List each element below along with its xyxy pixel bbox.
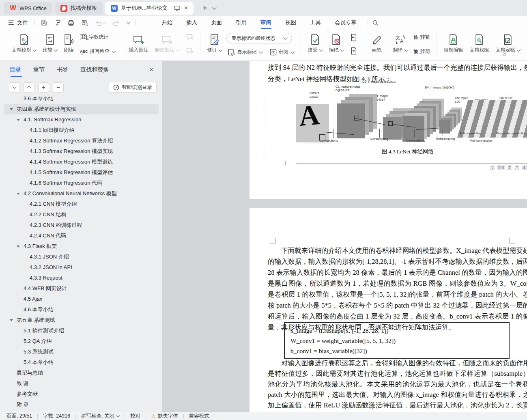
- tab-toc[interactable]: 目录: [10, 66, 21, 77]
- open-in-window-icon[interactable]: [174, 6, 180, 11]
- spell-check-button[interactable]: ABC 拼写检查: [78, 47, 117, 56]
- missing-font-indicator[interactable]: ⚠缺失字体: [151, 413, 178, 420]
- to-simplified-button[interactable]: 繁 转简: [412, 47, 432, 56]
- show-markup-button[interactable]: 显示标记: [226, 48, 264, 56]
- chevron-down-icon[interactable]: [516, 47, 521, 52]
- next-comment-button[interactable]: [184, 47, 195, 56]
- markup-state-select[interactable]: 显示标记的最终状态: [226, 33, 292, 43]
- toc-item[interactable]: 第四章 系统的设计与实现: [0, 104, 162, 114]
- triangle-expand-icon[interactable]: [17, 246, 20, 248]
- toc-item[interactable]: 致 谢: [0, 378, 162, 389]
- chevron-down-icon[interactable]: [112, 49, 116, 53]
- chevron-down-icon[interactable]: [340, 47, 344, 52]
- triangle-expand-icon[interactable]: [17, 193, 20, 195]
- chevron-down-icon[interactable]: [319, 47, 323, 52]
- expand-all-button[interactable]: [24, 82, 34, 93]
- menu-insert[interactable]: 插入: [179, 16, 204, 29]
- compat-mode-indicator[interactable]: 兼容模式: [189, 413, 209, 420]
- zoom-out-toc-button[interactable]: −: [53, 82, 64, 93]
- toc-item[interactable]: 4.2.1 CNN 模型介绍: [0, 199, 162, 209]
- toc-item[interactable]: 4.2.4 CNN 代码: [0, 230, 162, 241]
- undo-button[interactable]: [95, 20, 106, 26]
- menu-review[interactable]: 审阅: [254, 16, 278, 29]
- to-traditional-button[interactable]: 简 转繁: [412, 33, 432, 41]
- toc-item[interactable]: 4.5 Ajax: [0, 294, 162, 304]
- word-count-button[interactable]: 12 字数统计: [78, 33, 117, 41]
- word-count-indicator[interactable]: 字数: 24916: [43, 413, 70, 420]
- toc-item[interactable]: 4.3 Flask 框架: [0, 241, 162, 252]
- tab-document-active[interactable]: W 基于机器...毕业论文 ×: [105, 2, 194, 15]
- read-aloud-button[interactable]: 朗读: [61, 32, 77, 54]
- undo-chevron-icon[interactable]: [103, 20, 107, 24]
- chevron-down-icon[interactable]: [54, 47, 58, 52]
- delete-comment-button[interactable]: 删除批注: [152, 32, 182, 54]
- tab-chapters[interactable]: 章节: [33, 66, 45, 77]
- toc-item[interactable]: 5.1 软件测试介绍: [0, 325, 162, 336]
- toc-item[interactable]: 4.2 Convolutional Neural Networks 模型: [0, 188, 162, 199]
- tab-wps-home[interactable]: W WPS Office: [4, 2, 52, 15]
- toc-item[interactable]: 4.3.2 JSON in API: [0, 262, 162, 273]
- pen-button[interactable]: 画笔: [368, 32, 385, 54]
- triangle-expand-icon[interactable]: [10, 319, 13, 321]
- new-tab-button[interactable]: +: [200, 4, 210, 13]
- document-canvas[interactable]: 接到 S4 层的 N2 特征映射的完全连接。我们可以通过最后一个完整的连接层获得…: [162, 61, 527, 412]
- chevron-down-icon[interactable]: [404, 47, 408, 52]
- qat-customize-chevron-icon[interactable]: [127, 20, 131, 24]
- toc-item[interactable]: 4.1.1 回归模型介绍: [0, 125, 162, 136]
- chevron-down-icon[interactable]: [259, 50, 263, 54]
- collapse-all-button[interactable]: [9, 82, 20, 93]
- close-tab-icon[interactable]: ×: [184, 4, 188, 12]
- toc-item[interactable]: 4.1.6 Softmax Regression 代码: [0, 178, 162, 188]
- export-pdf-button[interactable]: [54, 19, 61, 26]
- proofing-indicator[interactable]: 校对: [130, 413, 140, 420]
- toc-item[interactable]: 第五章 系统测试: [0, 315, 162, 325]
- file-menu[interactable]: 文件: [6, 19, 30, 26]
- toc-item[interactable]: 4.1.5 Softmax Regression 模型评估: [0, 167, 162, 178]
- redo-button[interactable]: [112, 20, 120, 26]
- chevron-down-icon[interactable]: [33, 47, 37, 52]
- menu-start[interactable]: 开始: [155, 16, 179, 29]
- spellcheck-indicator[interactable]: 拼写检查: 关闭: [81, 413, 119, 420]
- tab-find-replace[interactable]: 查找和替换: [80, 66, 109, 77]
- toc-item[interactable]: 5.2 QA 介绍: [0, 336, 162, 347]
- next-change-button[interactable]: [348, 46, 359, 56]
- toc-item[interactable]: 附 录: [0, 399, 162, 410]
- compare-button[interactable]: 比较: [40, 32, 60, 54]
- toc-item[interactable]: 4.3.1 JSON 介绍: [0, 252, 162, 262]
- toc-item[interactable]: 5.3 系统测试: [0, 347, 162, 357]
- menu-page[interactable]: 页面: [204, 16, 229, 29]
- previous-comment-button[interactable]: [184, 33, 195, 42]
- chevron-down-icon[interactable]: [218, 47, 222, 52]
- menu-tools[interactable]: 工具: [303, 16, 328, 29]
- ribbon-expand-icon[interactable]: [501, 52, 505, 56]
- toc-item[interactable]: 4.1. Softmax Regression: [0, 114, 162, 125]
- doc-finalize-button[interactable]: 文档定稿: [493, 32, 523, 54]
- sidebar-close-icon[interactable]: ×: [149, 66, 153, 74]
- reject-button[interactable]: 拒绝: [326, 32, 346, 54]
- toc-item[interactable]: 4.3.3 Request: [0, 273, 162, 283]
- restrict-editing-button[interactable]: 限制编辑: [441, 32, 466, 54]
- save-button[interactable]: [41, 19, 47, 26]
- menu-view[interactable]: 视图: [278, 16, 303, 29]
- tab-docer-templates[interactable]: 找稿壳模板: [55, 2, 103, 15]
- accept-button[interactable]: 接受: [305, 32, 325, 54]
- menu-reference[interactable]: 引用: [229, 16, 254, 29]
- toc-item[interactable]: 3.6 本章小结: [0, 97, 162, 104]
- zoom-in-toc-button[interactable]: +: [38, 82, 49, 93]
- document-page-23[interactable]: 接到 S4 层的 N2 特征映射的完全连接。我们可以通过最后一个完整的连接层获得…: [250, 61, 527, 199]
- page-indicator[interactable]: 页面: 29/51: [6, 413, 32, 420]
- toc-item[interactable]: 展望与总结: [0, 368, 162, 378]
- review-mode-button[interactable]: 审阅: [268, 48, 296, 56]
- insert-comment-button[interactable]: 插入批注: [126, 32, 151, 54]
- print-button[interactable]: [67, 19, 75, 26]
- document-page-24[interactable]: 下面就来详细的介绍本文使用的卷积神经网络的模型参数。X_image 代表模型需要…: [250, 208, 527, 412]
- doc-check-button[interactable]: a 文档校对: [9, 32, 39, 54]
- toc-item[interactable]: 5.4 本章小结: [0, 357, 162, 368]
- toc-item[interactable]: 4.6 本章小结: [0, 304, 162, 315]
- toc-item[interactable]: 参考文献: [0, 389, 162, 399]
- chevron-down-icon[interactable]: [290, 50, 295, 54]
- smart-toc-button[interactable]: 智能识别目录: [109, 82, 157, 93]
- toc-item[interactable]: 4.1.4 Softmax Regression 模型训练: [0, 157, 162, 167]
- toc-item[interactable]: 4.2.2 CNN 结构: [0, 209, 162, 220]
- menu-member[interactable]: 会员专享: [328, 16, 364, 29]
